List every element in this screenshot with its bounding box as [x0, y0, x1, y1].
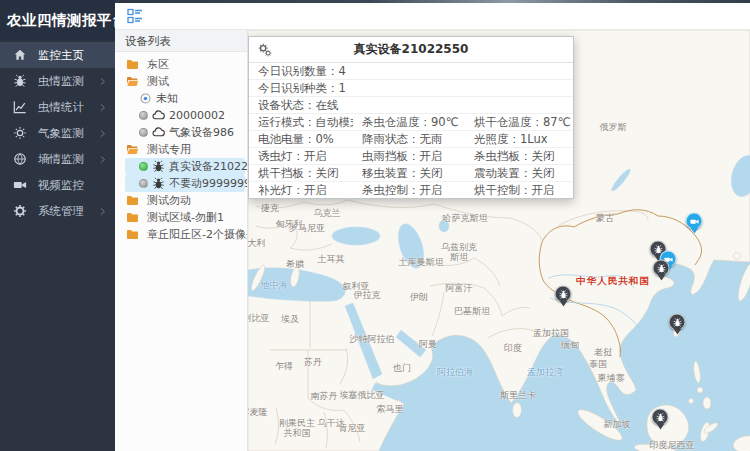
- device-tree: 东区测试未知20000002气象设备986测试专用真实设备21022550不要动…: [115, 52, 247, 243]
- app-window: 农业四情测报平台 监控主页虫情监测虫情统计气象监测墒情监测视频监控系统管理 设备…: [0, 0, 750, 451]
- popup-header: 真实设备21022550: [249, 37, 573, 63]
- sidebar-item-video-monitor[interactable]: 视频监控: [0, 172, 115, 198]
- folder-closed-icon: [126, 58, 139, 71]
- main-area: 设备列表 东区测试未知20000002气象设备986测试专用真实设备210225…: [115, 0, 750, 451]
- home-icon: [13, 48, 27, 62]
- map[interactable]: 俄罗斯蒙古中华人民共和国哈萨克斯坦乌兹别克 斯坦土库曼斯坦阿富汗伊朗巴基斯坦捷克…: [248, 30, 750, 451]
- panel-toggle-icon[interactable]: [127, 8, 143, 24]
- chevron-icon: [98, 77, 107, 86]
- folderOpen-icon: [126, 75, 139, 88]
- detail-cell: 杀虫仓温度：90℃: [353, 114, 465, 131]
- bug-marker[interactable]: [652, 409, 669, 434]
- device-list-panel: 设备列表 东区测试未知20000002气象设备986测试专用真实设备210225…: [115, 30, 248, 451]
- bug-marker[interactable]: [669, 314, 686, 339]
- tree-label: 东区: [147, 57, 169, 72]
- sun-icon: [13, 126, 27, 140]
- content-row: 设备列表 东区测试未知20000002气象设备986测试专用真实设备210225…: [115, 30, 750, 451]
- folderClosed-icon: [126, 211, 139, 224]
- tree-folder[interactable]: 章丘阳丘区-2个摄像头: [115, 226, 247, 243]
- tree-device[interactable]: 不要动99999999: [125, 175, 245, 192]
- tree-device[interactable]: 20000002: [115, 107, 247, 124]
- bug-marker[interactable]: [555, 286, 572, 311]
- sidebar-item-system[interactable]: 系统管理: [0, 198, 115, 224]
- tree-label: 真实设备21022550: [169, 159, 248, 174]
- detail-cell: 杀虫挡板：关闭: [465, 148, 573, 165]
- bug-icon: [13, 74, 27, 88]
- topbar: [115, 3, 750, 30]
- tree-device[interactable]: 真实设备21022550: [125, 158, 245, 175]
- popup-summary: 今日识别数量：4今日识别种类：1: [249, 63, 573, 97]
- marker-tail: [559, 301, 567, 311]
- camera-marker[interactable]: [686, 213, 703, 238]
- popup-summary-row: 今日识别数量：4: [249, 63, 573, 80]
- sidebar-item-label: 系统管理: [38, 204, 98, 219]
- bug-icon: [152, 177, 165, 190]
- chevron-icon: [98, 207, 107, 216]
- cloud-icon: [152, 109, 165, 122]
- status-dot-offline: [139, 111, 148, 120]
- sidebar-item-label: 监控主页: [38, 48, 107, 63]
- sidebar-menu: 监控主页虫情监测虫情统计气象监测墒情监测视频监控系统管理: [0, 40, 115, 224]
- marker-tail: [656, 424, 664, 434]
- bug-icon: [152, 160, 165, 173]
- sun-icon: [13, 126, 27, 140]
- status-dot-online: [139, 162, 148, 171]
- cloud-icon: [152, 109, 165, 122]
- popup-summary-row: 今日识别种类：1: [249, 80, 573, 97]
- device-settings-icon[interactable]: [258, 43, 272, 57]
- detail-cell: 杀虫控制：开启: [353, 182, 465, 199]
- folderClosed-icon: [126, 194, 139, 207]
- chevron-right-icon: [98, 77, 107, 86]
- app-title: 农业四情测报平台: [0, 0, 115, 40]
- bug-icon: [558, 289, 568, 299]
- tree-folder[interactable]: 测试区域-勿删1: [115, 209, 247, 226]
- tree-folder[interactable]: 东区: [115, 56, 247, 73]
- device-list-header: 设备列表: [115, 30, 247, 52]
- chart-icon: [13, 100, 27, 114]
- tree-label: 测试专用: [147, 142, 191, 157]
- bug-marker[interactable]: [653, 260, 670, 285]
- tree-label: 气象设备986: [169, 125, 234, 140]
- detail-cell: 移虫装置：关闭: [353, 165, 465, 182]
- detail-cell: 烘干挡板：关闭: [249, 165, 353, 182]
- chevron-right-icon: [98, 103, 107, 112]
- sidebar-item-insect-stats[interactable]: 虫情统计: [0, 94, 115, 120]
- bug-icon: [672, 317, 682, 327]
- layout-list-icon: [127, 8, 143, 24]
- tree-label: 测试: [147, 74, 169, 89]
- sidebar-item-home[interactable]: 监控主页: [0, 42, 115, 68]
- chevron-icon: [98, 155, 107, 164]
- detail-cell: 降雨状态：无雨: [353, 131, 465, 148]
- gears-icon: [258, 43, 272, 57]
- tree-label: 20000002: [169, 109, 225, 122]
- detail-cell: 诱虫灯：开启: [249, 148, 353, 165]
- tree-folder[interactable]: 测试: [115, 73, 247, 90]
- sidebar-item-label: 虫情监测: [38, 74, 98, 89]
- sidebar-item-soil-monitor[interactable]: 墒情监测: [0, 146, 115, 172]
- sidebar-item-insect-monitor[interactable]: 虫情监测: [0, 68, 115, 94]
- tree-device[interactable]: 未知: [115, 90, 247, 107]
- sidebar-item-label: 视频监控: [38, 178, 107, 193]
- chevron-right-icon: [98, 129, 107, 138]
- bug-icon: [656, 263, 666, 273]
- marker-tail: [657, 275, 665, 285]
- sidebar-item-label: 虫情统计: [38, 100, 98, 115]
- chevron-icon: [98, 103, 107, 112]
- device-info-popup: 真实设备21022550 今日识别数量：4今日识别种类：1 设备状态：在线 运行…: [248, 36, 574, 199]
- detail-cell: 运行模式：自动模式: [249, 114, 353, 131]
- sidebar-item-label: 气象监测: [38, 126, 98, 141]
- folder-closed-icon: [126, 194, 139, 207]
- detail-cell: 烘干仓温度：87℃: [465, 114, 573, 131]
- tree-folder[interactable]: 测试勿动: [115, 192, 247, 209]
- tree-folder[interactable]: 测试专用: [115, 141, 247, 158]
- tree-label: 章丘阳丘区-2个摄像头: [147, 227, 248, 242]
- folderClosed-icon: [126, 58, 139, 71]
- tree-label: 测试勿动: [147, 193, 191, 208]
- video-icon: [13, 178, 27, 192]
- globe-icon: [13, 152, 27, 166]
- marker-tail: [673, 329, 681, 339]
- tree-device[interactable]: 气象设备986: [115, 124, 247, 141]
- cloud-icon: [152, 126, 165, 139]
- cloud-icon: [152, 126, 165, 139]
- sidebar-item-weather-monitor[interactable]: 气象监测: [0, 120, 115, 146]
